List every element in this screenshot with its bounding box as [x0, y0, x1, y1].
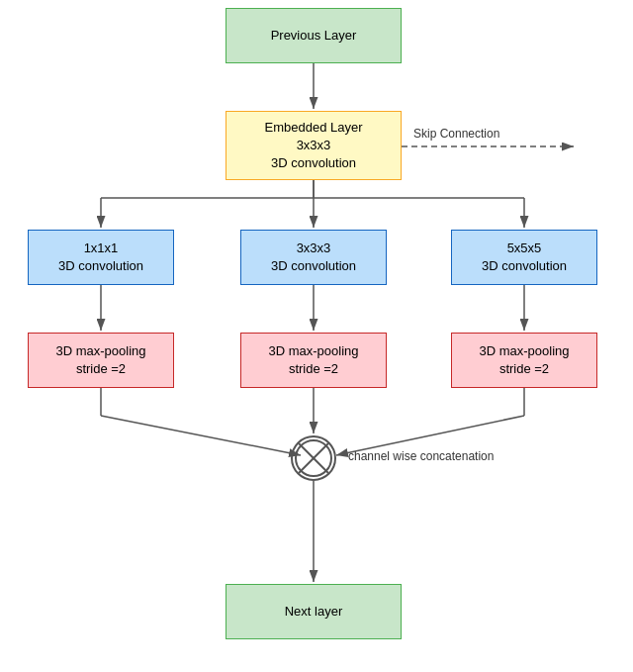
pool1-box: 3D max-poolingstride =2	[28, 333, 174, 388]
pool3-box: 3D max-poolingstride =2	[451, 333, 597, 388]
skip-connection-label: Skip Connection	[413, 127, 499, 141]
pool2-label: 3D max-poolingstride =2	[268, 342, 358, 378]
concat-x-icon	[293, 437, 334, 479]
embedded-layer-label: Embedded Layer3x3x33D convolution	[264, 119, 362, 173]
neural-network-diagram: Previous Layer Embedded Layer3x3x33D con…	[0, 0, 633, 672]
pool2-box: 3D max-poolingstride =2	[240, 333, 387, 388]
conv3x3-label: 3x3x33D convolution	[271, 240, 356, 275]
conv1x1-label: 1x1x13D convolution	[58, 240, 143, 275]
next-layer-box: Next layer	[226, 584, 402, 639]
previous-layer-label: Previous Layer	[271, 27, 357, 45]
pool1-label: 3D max-poolingstride =2	[55, 342, 145, 378]
channel-wise-label: channel wise concatenation	[348, 449, 494, 463]
conv1x1-box: 1x1x13D convolution	[28, 230, 174, 285]
svg-line-16	[101, 416, 301, 455]
conv3x3-box: 3x3x33D convolution	[240, 230, 387, 285]
conv5x5-label: 5x5x53D convolution	[482, 240, 567, 275]
pool3-label: 3D max-poolingstride =2	[479, 342, 569, 378]
previous-layer-box: Previous Layer	[226, 8, 402, 63]
embedded-layer-box: Embedded Layer3x3x33D convolution	[226, 111, 402, 180]
conv5x5-box: 5x5x53D convolution	[451, 230, 597, 285]
next-layer-label: Next layer	[285, 603, 343, 621]
concat-circle	[291, 435, 336, 481]
